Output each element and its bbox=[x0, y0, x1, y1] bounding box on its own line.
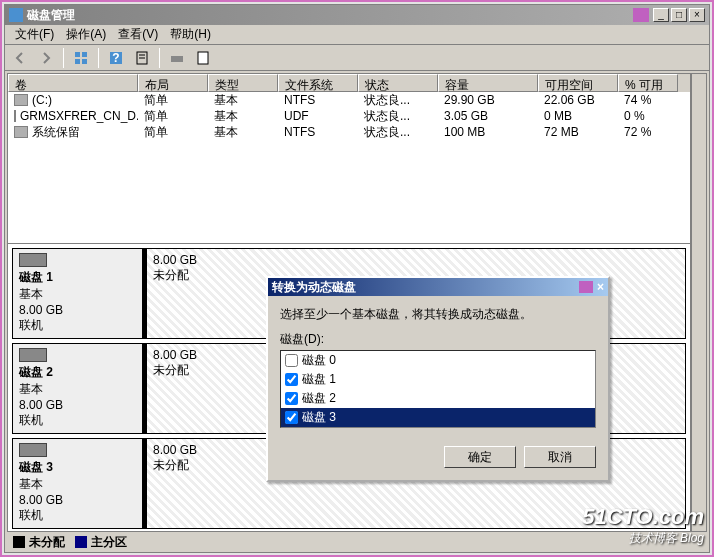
disk-listbox[interactable]: 磁盘 0磁盘 1磁盘 2磁盘 3 bbox=[280, 350, 596, 428]
minimize-button[interactable]: _ bbox=[653, 8, 669, 22]
dialog-titlebar: 转换为动态磁盘 × bbox=[268, 278, 608, 296]
close-button[interactable]: × bbox=[689, 8, 705, 22]
disk-option[interactable]: 磁盘 1 bbox=[281, 370, 595, 389]
swatch-primary-icon bbox=[75, 536, 87, 548]
col-pct[interactable]: % 可用 bbox=[618, 74, 678, 92]
properties-button[interactable] bbox=[192, 47, 214, 69]
legend-primary: 主分区 bbox=[91, 535, 127, 549]
legend-unallocated: 未分配 bbox=[29, 535, 65, 549]
dialog-instruction: 选择至少一个基本磁盘，将其转换成动态磁盘。 bbox=[280, 306, 596, 323]
volume-icon bbox=[14, 110, 16, 122]
svg-rect-0 bbox=[75, 52, 80, 57]
overlap-icon bbox=[633, 8, 649, 22]
back-button[interactable] bbox=[9, 47, 31, 69]
table-row[interactable]: 系统保留简单基本NTFS状态良...100 MB72 MB72 % bbox=[8, 124, 690, 140]
cancel-button[interactable]: 取消 bbox=[524, 446, 596, 468]
disk-info: 磁盘 3基本8.00 GB联机 bbox=[13, 439, 143, 528]
app-icon bbox=[9, 8, 23, 22]
disk-icon bbox=[19, 253, 47, 267]
disk-option-label: 磁盘 2 bbox=[302, 390, 336, 407]
col-type[interactable]: 类型 bbox=[208, 74, 278, 92]
svg-text:?: ? bbox=[112, 51, 119, 65]
col-fs[interactable]: 文件系统 bbox=[278, 74, 358, 92]
overlap-icon bbox=[579, 281, 593, 293]
ok-button[interactable]: 确定 bbox=[444, 446, 516, 468]
disk-checkbox[interactable] bbox=[285, 354, 298, 367]
svg-rect-9 bbox=[171, 56, 183, 62]
col-status[interactable]: 状态 bbox=[358, 74, 438, 92]
menu-file[interactable]: 文件(F) bbox=[9, 24, 60, 45]
col-volume[interactable]: 卷 bbox=[8, 74, 138, 92]
disk-option[interactable]: 磁盘 2 bbox=[281, 389, 595, 408]
forward-button[interactable] bbox=[35, 47, 57, 69]
volume-icon bbox=[14, 94, 28, 106]
window-title: 磁盘管理 bbox=[27, 7, 633, 24]
svg-rect-10 bbox=[198, 52, 208, 64]
disk-icon bbox=[19, 443, 47, 457]
refresh-button[interactable] bbox=[131, 47, 153, 69]
disk-checkbox[interactable] bbox=[285, 392, 298, 405]
dialog-close-button[interactable]: × bbox=[597, 280, 604, 294]
svg-rect-3 bbox=[82, 59, 87, 64]
menu-help[interactable]: 帮助(H) bbox=[164, 24, 217, 45]
disk-option[interactable]: 磁盘 3 bbox=[281, 408, 595, 427]
help-button[interactable]: ? bbox=[105, 47, 127, 69]
col-layout[interactable]: 布局 bbox=[138, 74, 208, 92]
vertical-scrollbar[interactable] bbox=[691, 73, 707, 532]
dialog-list-label: 磁盘(D): bbox=[280, 331, 596, 348]
view-button[interactable] bbox=[70, 47, 92, 69]
disk-checkbox[interactable] bbox=[285, 373, 298, 386]
convert-dynamic-dialog: 转换为动态磁盘 × 选择至少一个基本磁盘，将其转换成动态磁盘。 磁盘(D): 磁… bbox=[266, 276, 610, 482]
list-header: 卷 布局 类型 文件系统 状态 容量 可用空间 % 可用 bbox=[8, 74, 690, 92]
maximize-button[interactable]: □ bbox=[671, 8, 687, 22]
swatch-unallocated-icon bbox=[13, 536, 25, 548]
svg-rect-2 bbox=[75, 59, 80, 64]
toolbar: ? bbox=[5, 45, 709, 71]
col-free[interactable]: 可用空间 bbox=[538, 74, 618, 92]
disk-option-label: 磁盘 1 bbox=[302, 371, 336, 388]
volume-list: 卷 布局 类型 文件系统 状态 容量 可用空间 % 可用 (C:)简单基本NTF… bbox=[8, 74, 690, 244]
legend: 未分配 主分区 bbox=[7, 534, 707, 550]
disk-icon bbox=[19, 348, 47, 362]
menu-action[interactable]: 操作(A) bbox=[60, 24, 112, 45]
table-row[interactable]: GRMSXFRER_CN_D...简单基本UDF状态良...3.05 GB0 M… bbox=[8, 108, 690, 124]
disk-option-label: 磁盘 0 bbox=[302, 352, 336, 369]
table-row[interactable]: (C:)简单基本NTFS状态良...29.90 GB22.06 GB74 % bbox=[8, 92, 690, 108]
menu-view[interactable]: 查看(V) bbox=[112, 24, 164, 45]
dialog-title: 转换为动态磁盘 bbox=[272, 279, 356, 296]
titlebar: 磁盘管理 _ □ × bbox=[5, 5, 709, 25]
col-capacity[interactable]: 容量 bbox=[438, 74, 538, 92]
settings-button[interactable] bbox=[166, 47, 188, 69]
disk-info: 磁盘 2基本8.00 GB联机 bbox=[13, 344, 143, 433]
disk-option[interactable]: 磁盘 0 bbox=[281, 351, 595, 370]
svg-rect-1 bbox=[82, 52, 87, 57]
menubar: 文件(F) 操作(A) 查看(V) 帮助(H) bbox=[5, 25, 709, 45]
volume-icon bbox=[14, 126, 28, 138]
disk-option-label: 磁盘 3 bbox=[302, 409, 336, 426]
disk-info: 磁盘 1基本8.00 GB联机 bbox=[13, 249, 143, 338]
disk-checkbox[interactable] bbox=[285, 411, 298, 424]
